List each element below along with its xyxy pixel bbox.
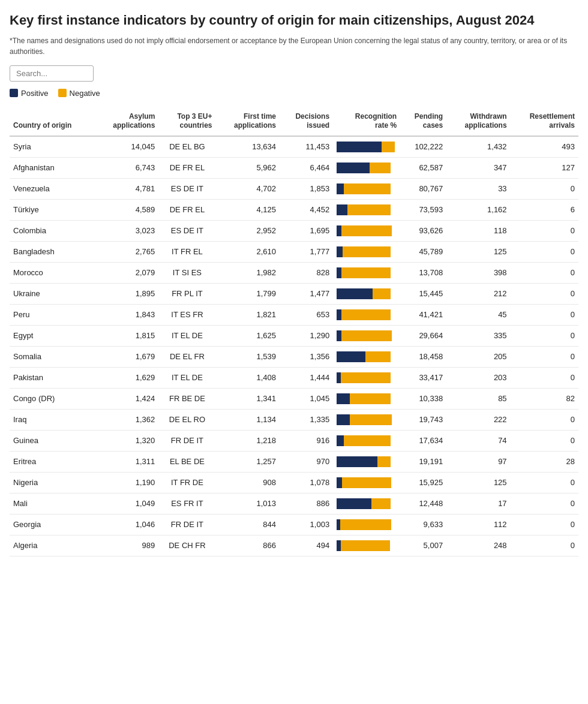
cell-country: Pakistan [10,367,95,388]
cell-decisions: 1,045 [280,388,333,409]
cell-firsttime: 1,134 [216,409,280,430]
cell-top3: IT EL DE [158,367,215,388]
cell-decisions: 970 [280,451,333,472]
cell-pending: 93,626 [400,220,446,241]
cell-asylum: 2,079 [95,262,158,283]
bar-negative [341,372,391,383]
cell-country: Eritrea [10,451,95,472]
cell-firsttime: 1,013 [216,493,280,514]
bar-positive [337,540,341,551]
bar-positive [337,330,341,341]
cell-decisions: 11,453 [280,136,333,158]
cell-asylum: 1,362 [95,409,158,430]
cell-firsttime: 908 [216,472,280,493]
cell-asylum: 4,589 [95,199,158,220]
cell-firsttime: 866 [216,535,280,556]
cell-recognition [333,493,400,514]
cell-withdrawn: 347 [446,157,510,178]
bar-negative [344,183,391,194]
cell-withdrawn: 1,432 [446,136,510,158]
table-row: Guinea 1,320 FR DE IT 1,218 916 17,634 7… [10,430,578,451]
cell-top3: IT ES FR [158,304,215,325]
cell-asylum: 1,843 [95,304,158,325]
cell-resettlement: 82 [511,388,578,409]
cell-firsttime: 2,610 [216,241,280,262]
bar-negative [350,414,392,425]
cell-decisions: 1,853 [280,178,333,199]
cell-resettlement: 0 [511,409,578,430]
cell-asylum: 1,190 [95,472,158,493]
cell-country: Peru [10,304,95,325]
legend-positive: Positive [10,89,49,98]
cell-decisions: 1,356 [280,346,333,367]
col-decisions: Decisionsissued [280,107,333,136]
cell-top3: DE EL BG [158,136,215,158]
cell-firsttime: 1,341 [216,388,280,409]
table-row: Türkiye 4,589 DE FR EL 4,125 4,452 73,59… [10,199,578,220]
cell-pending: 17,634 [400,430,446,451]
table-row: Iraq 1,362 DE EL RO 1,134 1,335 19,743 2… [10,409,578,430]
bar-positive [337,163,370,173]
cell-withdrawn: 222 [446,409,510,430]
cell-recognition [333,262,400,283]
cell-withdrawn: 97 [446,451,510,472]
table-row: Mali 1,049 ES FR IT 1,013 886 12,448 17 … [10,493,578,514]
bar-negative [370,163,391,173]
cell-asylum: 1,320 [95,430,158,451]
cell-top3: FR PL IT [158,283,215,304]
cell-recognition [333,199,400,220]
table-row: Somalia 1,679 DE EL FR 1,539 1,356 18,45… [10,346,578,367]
cell-asylum: 1,679 [95,346,158,367]
cell-country: Venezuela [10,178,95,199]
cell-top3: DE EL RO [158,409,215,430]
cell-pending: 41,421 [400,304,446,325]
cell-pending: 12,448 [400,493,446,514]
cell-withdrawn: 125 [446,472,510,493]
bar-positive [337,477,342,488]
cell-firsttime: 13,634 [216,136,280,158]
cell-asylum: 1,424 [95,388,158,409]
cell-firsttime: 1,625 [216,325,280,346]
bar-negative [377,456,391,467]
cell-firsttime: 5,962 [216,157,280,178]
cell-top3: ES DE IT [158,178,215,199]
col-recognition: Recognitionrate % [333,107,400,136]
cell-pending: 102,222 [400,136,446,158]
cell-pending: 33,417 [400,367,446,388]
cell-resettlement: 493 [511,136,578,158]
cell-pending: 62,587 [400,157,446,178]
bar-negative [344,435,391,446]
table-row: Pakistan 1,629 IT EL DE 1,408 1,444 33,4… [10,367,578,388]
cell-decisions: 653 [280,304,333,325]
cell-recognition [333,241,400,262]
cell-withdrawn: 125 [446,241,510,262]
cell-top3: IT FR EL [158,241,215,262]
cell-recognition [333,430,400,451]
bar-negative [365,351,391,362]
bar-positive [337,225,341,236]
search-input[interactable] [10,65,94,82]
cell-country: Nigeria [10,472,95,493]
cell-recognition [333,472,400,493]
bar-negative [341,225,392,236]
cell-withdrawn: 74 [446,430,510,451]
legend: Positive Negative [10,89,578,98]
bar-positive [337,351,365,362]
cell-recognition [333,451,400,472]
cell-resettlement: 0 [511,493,578,514]
cell-withdrawn: 118 [446,220,510,241]
cell-firsttime: 1,408 [216,367,280,388]
cell-pending: 18,458 [400,346,446,367]
bar-positive [337,456,377,467]
cell-recognition [333,178,400,199]
cell-withdrawn: 203 [446,367,510,388]
cell-pending: 15,445 [400,283,446,304]
cell-firsttime: 1,257 [216,451,280,472]
cell-withdrawn: 112 [446,514,510,535]
cell-resettlement: 0 [511,514,578,535]
cell-top3: IT EL DE [158,325,215,346]
bar-positive [337,414,350,425]
bar-positive [337,393,350,404]
table-row: Egypt 1,815 IT EL DE 1,625 1,290 29,664 … [10,325,578,346]
cell-asylum: 1,049 [95,493,158,514]
